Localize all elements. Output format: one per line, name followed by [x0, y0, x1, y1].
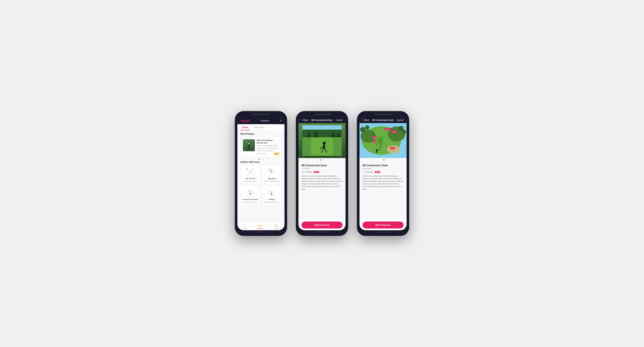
- back-button-3[interactable]: < Back: [362, 119, 369, 121]
- ott-icon: [245, 167, 256, 177]
- phone-notch-2: [313, 114, 331, 115]
- skill-card-atg[interactable]: Around The Green Hone your short game: [240, 186, 260, 205]
- cancel-button-2[interactable]: Cancel: [336, 119, 342, 121]
- drill-description-2: 20 shots are randomly generated at dista…: [302, 175, 342, 191]
- phone-2-screen: < Back 6ft Conversion Zone Cancel: [298, 117, 346, 230]
- back-button-2[interactable]: < Back: [302, 119, 308, 121]
- svg-text:Rough: Rough: [393, 131, 396, 133]
- image-dots-3: [360, 158, 406, 162]
- svg-point-19: [270, 169, 270, 170]
- drill-description-3: 20 shots are randomly generated at dista…: [362, 175, 404, 191]
- drill-range-2: 10-50 yds: [302, 167, 342, 170]
- activities-label: Activities: [257, 228, 263, 229]
- nav-activities[interactable]: ⚡ Activities: [257, 224, 263, 229]
- putting-desc: Make and lag practice: [264, 201, 279, 203]
- drill-info: Find The Fairway Off The Tee Create an i…: [256, 139, 279, 155]
- header-title: Practice: [260, 119, 269, 122]
- golf-photo-svg: [302, 125, 342, 156]
- carousel-dots: [240, 158, 282, 160]
- ott-desc: Power and accuracy: [243, 180, 257, 182]
- shots-label-2: 🕐 20 shots: [302, 171, 312, 173]
- approach-name: Approach: [268, 178, 276, 180]
- shots-clock-icon-2: 🕐: [302, 171, 304, 173]
- svg-text:Sand: Sand: [391, 148, 394, 149]
- cancel-button-3[interactable]: Cancel: [397, 119, 404, 121]
- dot-2: [260, 158, 262, 160]
- skill-card-approach[interactable]: Approach Dial-in to hit the green: [262, 165, 282, 184]
- app-header: clippd Practice ≡: [238, 117, 284, 124]
- drill-header-2: < Back 6ft Conversion Zone Cancel: [298, 117, 346, 123]
- svg-rect-62: [376, 151, 377, 153]
- drill-header-title-3: 6ft Conversion Zone: [372, 119, 394, 121]
- atg-icon: [245, 188, 256, 197]
- skill-card-putting[interactable]: Putting Make and lag practice: [262, 186, 282, 205]
- drill-title: Find The Fairway: [256, 139, 279, 142]
- home-bar-2: [316, 232, 328, 232]
- svg-line-8: [250, 169, 252, 172]
- most-popular-label: Most Popular: [240, 133, 282, 135]
- svg-line-5: [247, 146, 248, 146]
- drill-tag: OTT: [274, 153, 279, 155]
- drill-description: Create an imaginary fairway using trees …: [256, 144, 279, 152]
- img-dot-1: [320, 159, 322, 160]
- drill-tag-3: ARG: [375, 171, 380, 173]
- menu-icon[interactable]: ≡: [280, 119, 282, 122]
- svg-line-3: [249, 147, 250, 149]
- svg-point-58: [402, 130, 406, 134]
- svg-text:Miss: Miss: [373, 137, 376, 138]
- svg-point-57: [398, 126, 404, 131]
- drill-title-3: 6ft Conversion Zone: [362, 164, 404, 167]
- explore-label: Explore skill areas: [240, 161, 282, 163]
- p1-content: Most Popular: [238, 131, 284, 222]
- svg-text:Hit: Hit: [374, 141, 376, 143]
- home-icon: ⌂: [244, 224, 246, 227]
- svg-point-33: [274, 192, 274, 192]
- drill-meta-2: 🕐 20 shots ARG: [302, 171, 342, 173]
- svg-point-61: [376, 150, 378, 151]
- golfer-svg: [247, 143, 251, 150]
- drill-map-3: Fairway Rough Miss Hit Sand: [360, 123, 406, 158]
- shots-clock-icon-3: 🕐: [362, 171, 365, 173]
- start-practice-button-2[interactable]: Start Practice: [302, 221, 342, 228]
- image-dots-2: [298, 158, 346, 162]
- golfer-image: [243, 139, 255, 151]
- dot-1: [258, 158, 260, 160]
- phone-3: < Back 6ft Conversion Zone Cancel: [357, 111, 409, 236]
- atg-desc: Hone your short game: [243, 201, 258, 203]
- svg-text:Fairway: Fairway: [386, 129, 390, 130]
- drill-header-title-2: 6ft Conversion Zone: [312, 119, 333, 121]
- bottom-nav: ⌂ Home ⚡ Activities ⊕ Capture: [238, 222, 284, 230]
- approach-desc: Dial-in to hit the green: [264, 180, 279, 182]
- img-dot-2: [322, 159, 324, 160]
- drill-thumbnail: [243, 139, 255, 151]
- phone-2: < Back 6ft Conversion Zone Cancel: [296, 111, 348, 236]
- drill-shots: 🕐 10 shots: [256, 153, 266, 155]
- drill-meta-3: 🕐 20 shots ARG: [362, 171, 404, 173]
- svg-line-7: [247, 169, 250, 172]
- putting-icon: [266, 188, 277, 197]
- img-dot-3-1: [382, 159, 382, 160]
- activities-icon: ⚡: [258, 224, 262, 227]
- featured-drill-card[interactable]: Find The Fairway Off The Tee Create an i…: [240, 137, 282, 157]
- shots-count-2: 20 shots: [304, 171, 312, 173]
- phone-1-screen: clippd Practice ≡ Drills Favourites Most…: [238, 117, 284, 230]
- drill-photo-2: [298, 123, 346, 158]
- capture-label: Capture: [274, 228, 279, 229]
- atg-name: Around The Green: [243, 198, 258, 200]
- start-practice-button-3[interactable]: Start Practice: [362, 221, 404, 228]
- drill-range-3: 10-50 yds: [362, 167, 404, 170]
- favourite-icon[interactable]: ☆: [278, 139, 280, 141]
- skill-card-ott[interactable]: Off The Tee Power and accuracy: [240, 165, 260, 184]
- drill-content-3: 6ft Conversion Zone 10-50 yds 🕐 20 shots…: [360, 162, 406, 220]
- nav-capture[interactable]: ⊕ Capture: [274, 224, 279, 229]
- home-bar: [254, 232, 268, 232]
- app-logo: clippd: [240, 119, 250, 122]
- tab-favourites[interactable]: Favourites: [252, 124, 266, 130]
- nav-home[interactable]: ⌂ Home: [243, 224, 247, 229]
- drill-footer: 🕐 10 shots OTT: [256, 153, 279, 155]
- svg-rect-43: [311, 137, 333, 156]
- ott-name: Off The Tee: [246, 178, 255, 180]
- approach-icon: [266, 167, 277, 177]
- tab-drills[interactable]: Drills: [240, 124, 250, 130]
- drill-subtitle: Off The Tee: [256, 142, 279, 144]
